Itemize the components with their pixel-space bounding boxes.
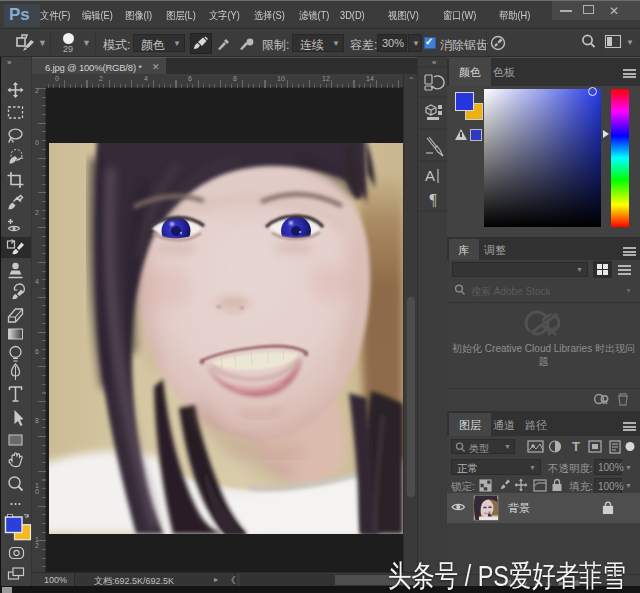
svg-text:A: A: [425, 167, 435, 184]
svg-text:T: T: [572, 439, 580, 454]
svg-text:¶: ¶: [429, 191, 437, 208]
